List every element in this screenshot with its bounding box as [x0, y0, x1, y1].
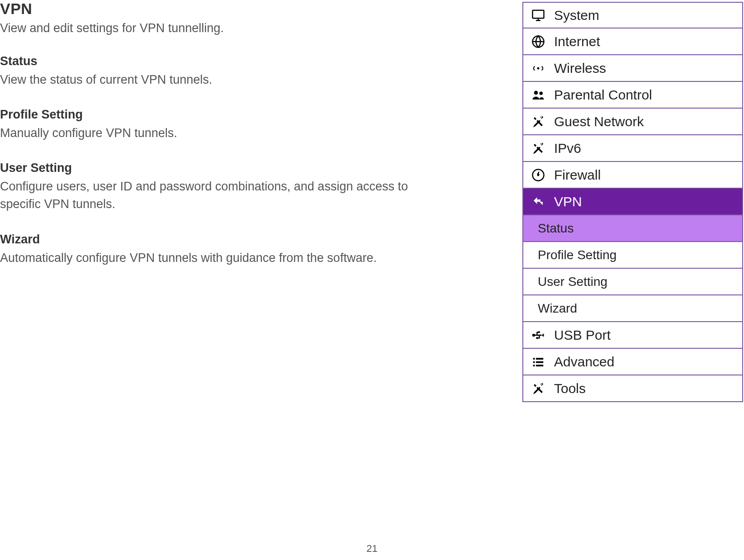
- nav-label: USB Port: [554, 327, 611, 343]
- nav-label: VPN: [554, 194, 582, 209]
- nav-item-tools[interactable]: Tools: [523, 375, 742, 402]
- nav-item-ipv6[interactable]: IPv6: [523, 135, 742, 162]
- monitor-icon: [530, 9, 547, 22]
- list-icon: [530, 355, 547, 369]
- section-user-setting: User Setting Configure users, user ID an…: [0, 161, 448, 213]
- nav-label: Tools: [554, 381, 586, 396]
- page-number: 21: [0, 543, 744, 555]
- wifi-icon: [530, 62, 547, 75]
- section-profile-setting: Profile Setting Manually configure VPN t…: [0, 108, 448, 142]
- nav-label: Firewall: [554, 167, 601, 183]
- nav-label: IPv6: [554, 141, 581, 156]
- svg-point-6: [540, 91, 543, 95]
- page-title: VPN: [0, 0, 448, 18]
- tools-icon: [530, 115, 547, 128]
- svg-rect-9: [538, 331, 540, 333]
- section-wizard: Wizard Automatically configure VPN tunne…: [0, 233, 448, 267]
- nav-item-internet[interactable]: Internet: [523, 28, 742, 55]
- svg-rect-0: [533, 10, 544, 18]
- nav-label: Parental Control: [554, 87, 652, 103]
- nav-item-guest-network[interactable]: Guest Network: [523, 109, 742, 135]
- nav-item-wireless[interactable]: Wireless: [523, 55, 742, 82]
- svg-rect-15: [533, 365, 535, 366]
- sub-label: Profile Setting: [538, 248, 616, 262]
- section-desc: Manually configure VPN tunnels.: [0, 124, 443, 142]
- usb-icon: [530, 328, 547, 342]
- tools-icon: [530, 382, 547, 395]
- svg-rect-14: [536, 361, 543, 363]
- sub-item-wizard[interactable]: Wizard: [523, 295, 742, 322]
- sub-label: Status: [538, 221, 573, 236]
- nav-item-usb-port[interactable]: USB Port: [523, 322, 742, 349]
- nav-item-parental-control[interactable]: Parental Control: [523, 82, 742, 109]
- section-heading: User Setting: [0, 161, 448, 175]
- svg-point-5: [534, 90, 538, 95]
- page-subtitle: View and edit settings for VPN tunnellin…: [0, 21, 448, 35]
- svg-rect-16: [536, 365, 543, 366]
- globe-icon: [530, 35, 547, 48]
- section-status: Status View the status of current VPN tu…: [0, 54, 448, 89]
- section-heading: Profile Setting: [0, 108, 448, 122]
- nav-label: Advanced: [554, 354, 614, 370]
- svg-point-4: [537, 67, 540, 69]
- svg-rect-12: [536, 358, 543, 360]
- vpn-icon: [530, 195, 547, 209]
- svg-rect-13: [533, 361, 535, 363]
- section-heading: Status: [0, 54, 448, 68]
- tools-icon: [530, 142, 547, 155]
- sub-item-user-setting[interactable]: User Setting: [523, 269, 742, 295]
- sub-label: User Setting: [538, 275, 607, 289]
- sidebar-nav: System Internet Wireless Parental Contro…: [522, 2, 743, 402]
- nav-label: Internet: [554, 34, 600, 49]
- users-icon: [530, 88, 547, 102]
- section-desc: Configure users, user ID and password co…: [0, 178, 443, 213]
- sub-item-status[interactable]: Status: [523, 215, 742, 242]
- nav-item-firewall[interactable]: Firewall: [523, 162, 742, 189]
- sub-label: Wizard: [538, 301, 577, 316]
- section-heading: Wizard: [0, 233, 448, 247]
- nav-label: System: [554, 8, 599, 23]
- section-desc: View the status of current VPN tunnels.: [0, 71, 443, 89]
- svg-point-10: [536, 337, 538, 339]
- main-content: VPN View and edit settings for VPN tunne…: [0, 0, 452, 286]
- sub-item-profile-setting[interactable]: Profile Setting: [523, 242, 742, 269]
- nav-item-advanced[interactable]: Advanced: [523, 349, 742, 375]
- nav-label: Guest Network: [554, 114, 644, 129]
- nav-item-system[interactable]: System: [523, 2, 742, 28]
- firewall-icon: [530, 168, 547, 182]
- svg-rect-11: [533, 358, 535, 360]
- nav-label: Wireless: [554, 61, 606, 76]
- nav-item-vpn[interactable]: VPN: [523, 189, 742, 215]
- section-desc: Automatically configure VPN tunnels with…: [0, 249, 443, 267]
